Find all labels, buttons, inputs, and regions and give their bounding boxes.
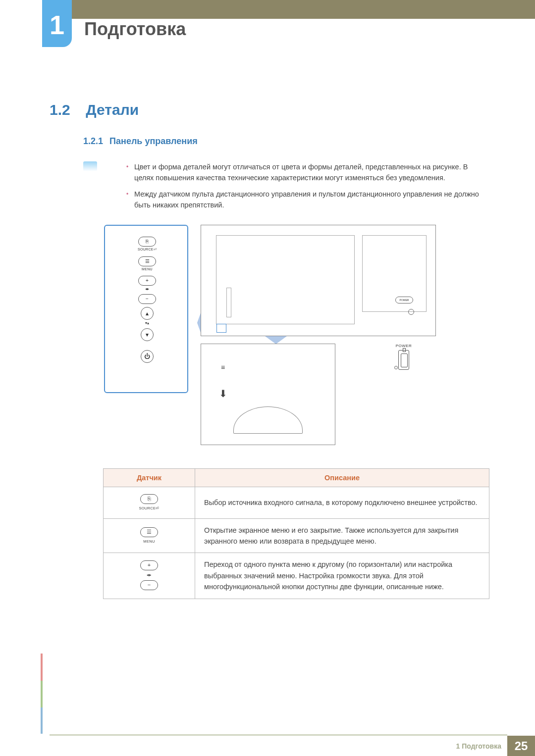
chapter-header: 1 Подготовка	[0, 0, 535, 37]
menu-button-icon: ☰	[138, 256, 156, 266]
up-button-icon: ▴	[141, 307, 154, 320]
power-socket-label: POWER	[395, 297, 413, 303]
table-row: ☰ MENU Открытие экранное меню и его закр…	[104, 518, 489, 553]
page-footer: 1 Подготовка 25	[0, 734, 535, 756]
table-header-desc: Описание	[195, 468, 489, 487]
control-panel-figure: ⎘ SOURCE⏎ ☰ MENU + ◂▸ − ▴ ▾▴ ▾ ⏻ POWER	[104, 225, 441, 457]
lr-arrows-icon: ◂▸	[132, 287, 162, 291]
sensor-icon-cell: ⎘ SOURCE⏎	[104, 487, 195, 518]
power-button-icon: ⏻	[141, 350, 154, 363]
table-row: + ◂▸ − Переход от одного пункта меню к д…	[104, 553, 489, 599]
sensor-icon-cell: + ◂▸ −	[104, 553, 195, 599]
plus-button-icon: +	[140, 560, 158, 570]
note-icon	[83, 161, 97, 171]
section-title: Детали	[86, 101, 139, 118]
footer-chapter-label: 1 Подготовка	[456, 742, 507, 750]
chapter-title: Подготовка	[84, 19, 186, 40]
ud-arrows-icon: ▾▴	[132, 321, 162, 325]
sensor-desc: Открытие экранное меню и его закрытие. Т…	[195, 518, 489, 553]
source-button-icon: ⎘	[140, 494, 158, 504]
button-label: SOURCE⏎	[107, 505, 191, 511]
side-color-stripe	[41, 654, 43, 734]
lr-arrows-icon: ◂▸	[107, 572, 191, 579]
callout-down-arrow-icon	[265, 336, 287, 344]
sensor-icon-cell: ☰ MENU	[104, 518, 195, 553]
note-list: Цвет и форма деталей могут отличаться от…	[107, 161, 485, 211]
menu-button-icon: ☰	[140, 527, 158, 537]
device-rear-diagram: POWER	[201, 225, 436, 336]
button-panel-diagram: ⎘ SOURCE⏎ ☰ MENU + ◂▸ − ▴ ▾▴ ▾ ⏻	[104, 225, 188, 393]
menu-label: MENU	[132, 267, 162, 271]
source-label: SOURCE⏎	[132, 248, 162, 252]
subsection-title: Панель управления	[109, 136, 198, 146]
footer-page-number: 25	[507, 736, 535, 756]
section-heading: 1.2 Детали	[50, 101, 485, 118]
note-item: Цвет и форма деталей могут отличаться от…	[126, 161, 485, 184]
plus-button-icon: +	[138, 276, 156, 286]
subsection-number: 1.2.1	[83, 136, 103, 146]
button-label: MENU	[107, 539, 191, 545]
source-button-icon: ⎘	[138, 237, 156, 247]
table-header-sensor: Датчик	[104, 468, 195, 487]
minus-button-icon: −	[140, 580, 158, 590]
ir-indicator-arrow-icon: ⬇	[219, 388, 227, 400]
sensor-desc: Выбор источника входного сигнала, в кото…	[195, 487, 489, 518]
device-front-diagram: ≡ ⬇	[201, 344, 335, 445]
chapter-number-box: 1	[42, 0, 72, 47]
sensor-desc: Переход от одного пункта меню к другому …	[195, 553, 489, 599]
down-button-icon: ▾	[141, 328, 154, 341]
minus-button-icon: −	[138, 294, 156, 304]
table-row: ⎘ SOURCE⏎ Выбор источника входного сигна…	[104, 487, 489, 518]
subsection-heading: 1.2.1 Панель управления	[83, 136, 485, 147]
power-plug-diagram: POWER	[389, 344, 419, 379]
note-item: Между датчиком пульта дистанционного упр…	[126, 189, 485, 211]
power-label: POWER	[389, 344, 419, 348]
sensor-table: Датчик Описание ⎘ SOURCE⏎ Выбор источник…	[103, 468, 489, 599]
section-number: 1.2	[50, 101, 82, 118]
